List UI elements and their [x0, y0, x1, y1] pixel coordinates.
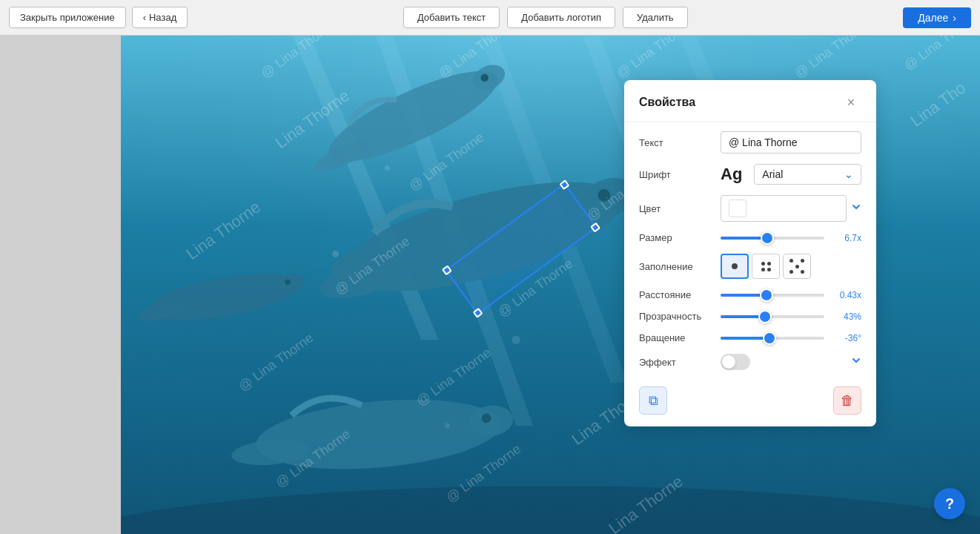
- add-logo-button[interactable]: Добавить логотип: [507, 7, 615, 28]
- distance-row: Расстояние 0.43x: [639, 289, 861, 300]
- fill-control: [721, 254, 861, 279]
- size-control: 6.7x: [721, 233, 861, 243]
- distance-slider-wrap: 0.43x: [721, 290, 861, 300]
- toolbar-center-actions: Добавить текст Добавить логотип Удалить: [193, 7, 897, 28]
- font-chevron-icon: ⌄: [844, 168, 853, 180]
- rotation-slider-thumb[interactable]: [763, 332, 776, 345]
- text-label: Текст: [639, 137, 713, 148]
- svg-point-32: [445, 423, 450, 429]
- left-panel: [0, 36, 121, 534]
- opacity-row: Прозрачность 43%: [639, 311, 861, 322]
- fill-grid-button[interactable]: [752, 254, 780, 279]
- text-input[interactable]: [721, 131, 861, 154]
- copy-button[interactable]: ⧉: [639, 386, 667, 415]
- properties-header: Свойства ×: [624, 80, 876, 122]
- opacity-slider-thumb[interactable]: [758, 310, 772, 323]
- properties-body: Текст Шрифт Ag Arial ⌄ Цвет: [624, 122, 876, 370]
- toolbar: Закрыть приложение ‹ Назад Добавить текс…: [0, 0, 980, 36]
- rotation-slider-track[interactable]: [721, 337, 824, 340]
- size-label: Размер: [639, 232, 713, 243]
- size-slider-thumb[interactable]: [761, 231, 774, 245]
- rotation-value: -36°: [830, 333, 861, 343]
- svg-point-30: [385, 165, 390, 171]
- color-row: Цвет: [639, 195, 861, 222]
- fill-label: Заполнение: [639, 261, 713, 272]
- color-swatch: [729, 200, 746, 217]
- opacity-slider-wrap: 43%: [721, 312, 861, 322]
- back-button[interactable]: ‹ Назад: [132, 7, 188, 28]
- font-name: Arial: [762, 168, 844, 180]
- properties-panel: Свойства × Текст Шрифт Ag Arial ⌄: [624, 80, 876, 426]
- distance-value: 0.43x: [830, 290, 861, 300]
- trash-icon: 🗑: [841, 393, 854, 409]
- distance-slider-track[interactable]: [721, 294, 824, 297]
- text-row: Текст: [639, 131, 861, 154]
- fill-single-icon: [732, 263, 738, 269]
- rotation-control: -36°: [721, 333, 861, 343]
- opacity-label: Прозрачность: [639, 311, 713, 322]
- distance-control: 0.43x: [721, 290, 861, 300]
- effect-row: Эффект: [639, 354, 861, 370]
- canvas-area: @ Lina Thorne@ Lina Thorne@ Lina Thorne@…: [0, 36, 980, 534]
- svg-point-29: [332, 251, 339, 257]
- close-app-button[interactable]: Закрыть приложение: [9, 7, 126, 28]
- panel-delete-button[interactable]: 🗑: [833, 386, 861, 415]
- properties-actions: ⧉ 🗑: [624, 380, 876, 415]
- size-slider-track[interactable]: [721, 237, 824, 240]
- opacity-value: 43%: [830, 312, 861, 322]
- copy-icon: ⧉: [649, 393, 658, 409]
- distance-slider-thumb[interactable]: [760, 289, 773, 302]
- add-text-button[interactable]: Добавить текст: [403, 7, 500, 28]
- opacity-control: 43%: [721, 312, 861, 322]
- size-row: Размер 6.7x: [639, 232, 861, 243]
- effect-toggle[interactable]: [721, 354, 750, 370]
- color-control: [721, 195, 861, 222]
- text-control: [721, 131, 861, 154]
- next-button[interactable]: Далее ›: [903, 7, 971, 28]
- rotation-label: Вращение: [639, 332, 713, 343]
- help-button[interactable]: ?: [934, 488, 965, 519]
- rotation-row: Вращение -36°: [639, 332, 861, 343]
- color-picker[interactable]: [721, 195, 847, 222]
- fill-grid-icon: [761, 262, 771, 271]
- toggle-knob: [722, 355, 735, 369]
- font-select[interactable]: Arial ⌄: [754, 164, 861, 185]
- fill-single-button[interactable]: [721, 254, 749, 279]
- fill-row: Заполнение: [639, 254, 861, 279]
- back-arrow-icon: ‹: [143, 12, 146, 23]
- distance-label: Расстояние: [639, 289, 713, 300]
- effect-label: Эффект: [639, 357, 713, 368]
- font-preview: Ag: [721, 165, 742, 184]
- help-icon: ?: [945, 495, 954, 512]
- font-label: Шрифт: [639, 169, 713, 180]
- font-control: Ag Arial ⌄: [721, 164, 861, 185]
- close-panel-button[interactable]: ×: [841, 92, 861, 113]
- effect-control: [721, 354, 861, 370]
- properties-title: Свойства: [639, 96, 695, 109]
- delete-button[interactable]: Удалить: [623, 7, 688, 28]
- font-row: Шрифт Ag Arial ⌄: [639, 164, 861, 185]
- next-arrow-icon: ›: [953, 12, 956, 24]
- rotation-slider-wrap: -36°: [721, 333, 861, 343]
- effect-chevron-icon: [851, 355, 861, 369]
- size-slider-wrap: 6.7x: [721, 233, 861, 243]
- color-label: Цвет: [639, 203, 713, 214]
- fill-options: [721, 254, 811, 279]
- opacity-slider-track[interactable]: [721, 315, 824, 318]
- size-value: 6.7x: [830, 233, 861, 243]
- svg-point-31: [511, 335, 520, 344]
- fill-scatter-button[interactable]: [783, 254, 811, 279]
- fill-scatter-icon: [788, 257, 806, 275]
- color-chevron-icon: [851, 202, 861, 215]
